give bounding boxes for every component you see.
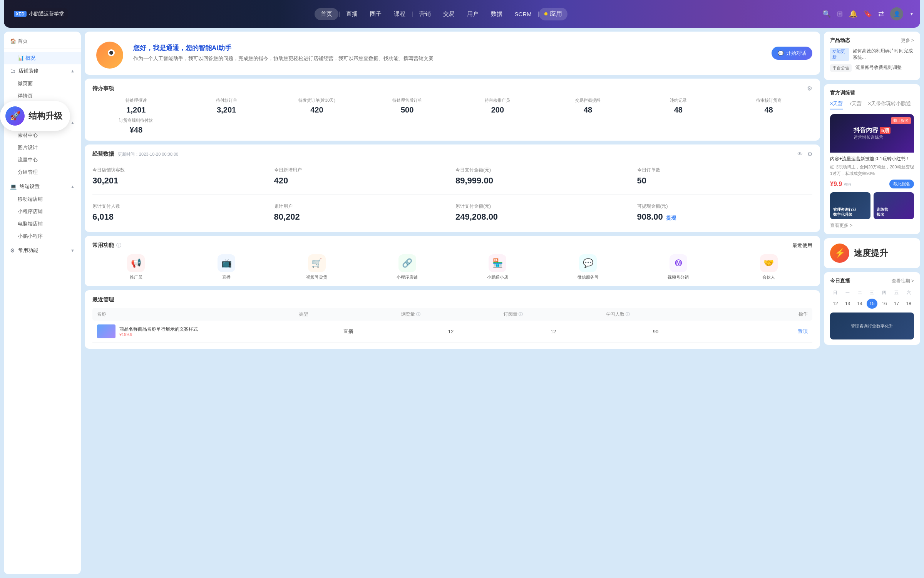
pending-item-1[interactable]: 待付款订单 3,201 (183, 97, 270, 114)
row-orders: 12 (504, 329, 603, 334)
nav-item-home[interactable]: 首页 (315, 8, 338, 20)
bookmark-icon[interactable]: 🔖 (864, 10, 872, 18)
cal-day-16[interactable]: 16 (879, 299, 890, 309)
func-item-live[interactable]: 📺 直播 (183, 254, 270, 280)
pending-item-3[interactable]: 待处理售后订单 500 (363, 97, 451, 114)
func-name-promoter: 推广员 (130, 274, 142, 280)
nav-item-data[interactable]: 数据 (485, 8, 509, 20)
biz-eye-icon[interactable]: 👁 (797, 151, 803, 158)
pending-title: 待办事项 (92, 85, 114, 92)
sidebar-item-mobile-store[interactable]: 移动端店铺 (4, 193, 81, 205)
nav-apps-btn[interactable]: 应用 (539, 8, 567, 20)
pending-item-5[interactable]: 交易拦截提醒 48 (544, 97, 632, 114)
sidebar-item-xiaopeng-miniapp[interactable]: 小鹏小程序 (4, 230, 81, 242)
sidebar-item-miniapp-store[interactable]: 小程序店铺 (4, 205, 81, 218)
pending-item-4[interactable]: 待审核推广员 200 (454, 97, 541, 114)
biz-value-cum-users: 80,202 (274, 212, 450, 222)
func-item-wechat-service[interactable]: 💬 微信服务号 (544, 254, 632, 280)
pending-header: 待办事项 ⚙ (92, 85, 812, 92)
struct-upgrade-badge[interactable]: 🚀 结构升级 (0, 101, 70, 131)
biz-value-new-users: 420 (274, 176, 450, 186)
bell-icon[interactable]: 🔔 (849, 10, 857, 18)
cal-day-17[interactable]: 17 (891, 299, 902, 309)
biz-gear-icon[interactable]: ⚙ (807, 151, 812, 158)
row-op-pin[interactable]: 置顶 (708, 328, 808, 335)
training-tab-3day[interactable]: 3天营 (830, 100, 843, 109)
overview-icon: 📊 (18, 55, 24, 61)
cal-day-12[interactable]: 12 (830, 299, 841, 309)
training-tab-7day[interactable]: 7天营 (849, 100, 862, 109)
func-name-miniapp-store: 小程序店铺 (397, 274, 418, 280)
promoter-icon-wrap: 📢 (127, 254, 145, 272)
nav-item-scrm[interactable]: SCRM (509, 8, 538, 20)
table-row: 商品名称商品名称单行展示的文案样式 ¥199.9 直播 12 12 90 置顶 (92, 321, 812, 343)
live-thumb-text: 管理咨询行业数字化升 (851, 323, 893, 329)
pending-item-2[interactable]: 待发货订单(近30天) 420 (273, 97, 361, 114)
nav-item-user[interactable]: 用户 (461, 8, 485, 20)
pending-item-6[interactable]: 违约记录 48 (635, 97, 722, 114)
sidebar-item-pc-store[interactable]: 电脑端店铺 (4, 218, 81, 230)
biz-header: 经营数据 更新时间：2023-10-20 00:00:00 👁 ⚙ (92, 151, 812, 158)
nav-item-circle[interactable]: 圈子 (364, 8, 388, 20)
func-item-video-sell[interactable]: 🛒 视频号卖货 (273, 254, 361, 280)
avatar[interactable]: 👤 (890, 7, 903, 20)
nav-item-live[interactable]: 直播 (340, 8, 364, 20)
sidebar-group-common-header[interactable]: ⚙ 常用功能 ▼ (4, 244, 81, 257)
pending-item-8[interactable]: 订货商规则待付款 ¥48 (92, 118, 180, 134)
grid-icon[interactable]: ⊞ (837, 10, 843, 18)
pending-item-7[interactable]: 待审核订货商 48 (725, 97, 812, 114)
training-mini-card-1[interactable]: 管理咨询行业数字化升级 (830, 192, 870, 219)
biz-item-new-users: 今日新增用户 420 (274, 163, 450, 190)
product-dynamics: 产品动态 更多 > 功能更新 如何高效的利用碎片时间完成系统... 平台公告 流… (824, 32, 920, 80)
func-item-xiaopeng-shop[interactable]: 🏪 小鹏通小店 (454, 254, 541, 280)
pending-item-0[interactable]: 待处理投诉 1,201 (92, 97, 180, 114)
withdraw-link[interactable]: 提现 (666, 215, 676, 221)
search-icon[interactable]: 🔍 (822, 10, 831, 18)
nav-items: 首页 | 直播 圈子 课程 | 营销 交易 用户 数据 SCRM | 应用 (68, 8, 815, 20)
logo-name: 小鹏通运营学堂 (29, 10, 64, 17)
ai-desc: 作为一个人工智能助手，我可以回答您的问题，完成您的指令，协助您更轻松进行店铺经营… (133, 55, 765, 63)
sidebar-item-detail-page[interactable]: 详情页 (4, 90, 81, 102)
row-type: 直播 (299, 328, 398, 335)
biz-label-withdrawable: 可提现金额(元) (637, 203, 813, 210)
pending-gear-icon[interactable]: ⚙ (807, 85, 812, 92)
refresh-icon[interactable]: ⇄ (878, 10, 884, 18)
cal-day-18[interactable]: 18 (903, 299, 914, 309)
cal-day-13[interactable]: 13 (842, 299, 853, 309)
nav-item-marketing[interactable]: 营销 (413, 8, 437, 20)
sidebar-item-overview[interactable]: 📊 概况 (4, 52, 81, 64)
product-dyn-more[interactable]: 更多 > (901, 37, 914, 44)
func-item-miniapp-store[interactable]: 🔗 小程序店铺 (363, 254, 451, 280)
nav-item-trade[interactable]: 交易 (437, 8, 461, 20)
training-mini-card-2[interactable]: 训练营报名 (874, 192, 914, 219)
live-more[interactable]: 查看往期 > (892, 278, 914, 284)
training-tab-xiaopeng[interactable]: 3天带你玩转小鹏通 (868, 100, 911, 109)
func-item-promoter[interactable]: 📢 推广员 (92, 254, 180, 280)
sidebar-group-terminal-header[interactable]: 💻 终端设置 ▲ (4, 180, 81, 193)
see-more-link[interactable]: 查看更多 > (830, 222, 914, 229)
sidebar-item-micro-page[interactable]: 微页面 (4, 77, 81, 90)
dropdown-icon[interactable]: ▼ (909, 11, 914, 17)
robot-body (96, 42, 123, 69)
nav-apps-label: 应用 (550, 10, 562, 18)
biz-value-orders: 50 (637, 176, 813, 186)
biz-label-visitors: 今日店铺访客数 (92, 167, 268, 173)
sidebar-item-image-design[interactable]: 图片设计 (4, 141, 81, 154)
func-name-partner: 合伙人 (762, 274, 775, 280)
cal-day-15[interactable]: 15 (867, 299, 877, 309)
ai-robot: ↗ (92, 38, 127, 69)
pending-value-4: 200 (454, 106, 541, 114)
sidebar-group-store-decor-header[interactable]: 🗂 店铺装修 ▲ (4, 64, 81, 77)
sidebar-item-traffic[interactable]: 流量中心 (4, 154, 81, 166)
func-name-video-dist: 视频号分销 (668, 274, 689, 280)
func-item-partner[interactable]: 🤝 合伙人 (725, 254, 812, 280)
sidebar-item-group-manage[interactable]: 分组管理 (4, 166, 81, 178)
nav-item-course[interactable]: 课程 (388, 8, 412, 20)
func-item-video-dist[interactable]: Ⓜ 视频号分销 (635, 254, 722, 280)
cal-day-14[interactable]: 14 (854, 299, 865, 309)
logo-area[interactable]: XED 小鹏通运营学堂 (10, 8, 68, 20)
dyn-item-0: 功能更新 如何高效的利用碎片时间完成系统... (830, 48, 914, 61)
training-cta-button[interactable]: 截此报名 (889, 180, 914, 188)
ai-chat-button[interactable]: 💬 开始对话 (772, 47, 812, 60)
func-name-live: 直播 (222, 274, 231, 280)
